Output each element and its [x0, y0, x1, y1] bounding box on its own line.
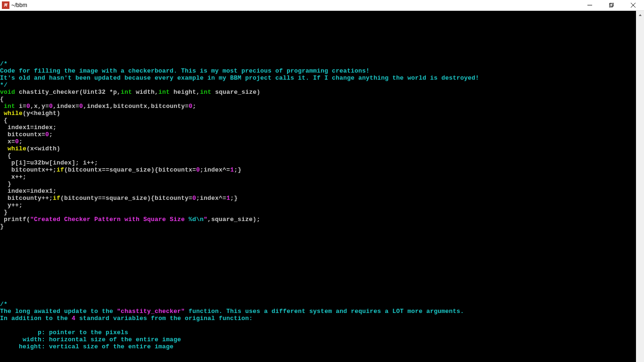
code-content: /* Code for filling the image with a che… — [0, 18, 644, 350]
title-bar[interactable]: M ~/bbm — [0, 0, 644, 11]
app-icon: M — [2, 1, 9, 9]
svg-rect-2 — [610, 3, 613, 6]
window-title: ~/bbm — [11, 2, 27, 8]
minimize-button[interactable] — [579, 0, 601, 10]
svg-marker-5 — [639, 14, 642, 16]
vertical-scrollbar[interactable] — [636, 11, 644, 362]
close-button[interactable] — [622, 0, 644, 10]
maximize-button[interactable] — [601, 0, 622, 10]
scrollbar-track[interactable] — [636, 19, 644, 362]
window-frame: M ~/bbm /* Code for filling the image wi… — [0, 0, 644, 362]
window-controls — [579, 0, 644, 10]
terminal-viewport[interactable]: /* Code for filling the image with a che… — [0, 11, 644, 362]
scroll-up-button[interactable] — [636, 11, 644, 19]
svg-rect-1 — [609, 4, 612, 7]
